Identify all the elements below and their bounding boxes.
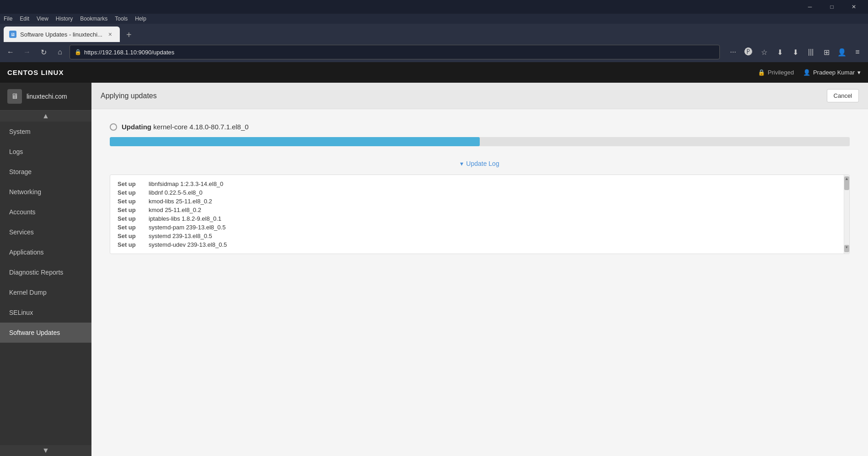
log-entry: Set upsystemd-pam 239-13.el8_0.5	[118, 223, 835, 232]
close-button[interactable]: ✕	[843, 0, 864, 14]
progress-bar-container	[110, 137, 850, 146]
cockpit-brand: CENTOS LINUX	[7, 69, 64, 76]
progress-bar-fill	[110, 137, 480, 146]
sidebar-item-diagnostic-reports[interactable]: Diagnostic Reports	[0, 262, 91, 282]
page-title: Applying updates	[101, 92, 157, 100]
scroll-up-icon: ▲	[844, 176, 849, 181]
extensions-button[interactable]: ⬇	[773, 45, 787, 59]
content-body: Updating kernel-core 4.18.0-80.7.1.el8_0…	[91, 109, 868, 456]
sidebar-item-applications[interactable]: Applications	[0, 242, 91, 262]
menu-bookmarks[interactable]: Bookmarks	[80, 16, 107, 22]
sidebar-nav: System Logs Storage Networking Accounts …	[0, 122, 91, 445]
sidebar-item-selinux[interactable]: SELinux	[0, 302, 91, 323]
address-bar[interactable]: 🔒 https://192.168.1.10:9090/updates	[70, 45, 720, 59]
content-area: Applying updates Cancel Updating kernel-…	[91, 83, 868, 456]
new-tab-button[interactable]: +	[122, 27, 136, 42]
update-log-label: Update Log	[466, 160, 499, 167]
tab-title: Software Updates - linuxtechi...	[20, 31, 102, 38]
reload-button[interactable]: ↻	[37, 45, 50, 59]
nav-actions: ··· 🅟 ☆ ⬇ ⬇ ||| ⊞ 👤 ≡	[726, 45, 864, 59]
log-entry: Set uplibnfsidmap 1:2.3.3-14.el8_0	[118, 180, 835, 188]
log-action: Set up	[118, 189, 145, 196]
menu-history[interactable]: History	[56, 16, 73, 22]
sidebar-item-storage[interactable]: Storage	[0, 162, 91, 182]
user-name: Pradeep Kumar	[813, 69, 855, 76]
content-header: Applying updates Cancel	[91, 83, 868, 109]
log-entry: Set upiptables-libs 1.8.2-9.el8_0.1	[118, 214, 835, 223]
update-label: Updating kernel-core 4.18.0-80.7.1.el8_0	[122, 123, 249, 131]
log-package: kmod-libs 25-11.el8_0.2	[149, 198, 835, 205]
log-action: Set up	[118, 224, 145, 231]
sidebar-item-software-updates[interactable]: Software Updates	[0, 323, 91, 343]
minimize-button[interactable]: ─	[799, 0, 820, 14]
menu-view[interactable]: View	[37, 16, 48, 22]
privileged-indicator: 🔒 Privileged	[758, 69, 794, 76]
sidebar-item-services[interactable]: Services	[0, 222, 91, 242]
cockpit-main: 🖥 linuxtechi.com ▲ System Logs Storage N…	[0, 83, 868, 456]
close-tab-button[interactable]: ×	[106, 30, 114, 38]
back-button[interactable]: ←	[4, 45, 17, 59]
sidebar-item-logs[interactable]: Logs	[0, 142, 91, 162]
package-version: kernel-core 4.18.0-80.7.1.el8_0	[153, 123, 248, 131]
log-entry: Set upkmod-libs 25-11.el8_0.2	[118, 197, 835, 206]
browser-titlebar: ─ □ ✕	[0, 0, 868, 14]
log-action: Set up	[118, 215, 145, 222]
sidebar-item-system[interactable]: System	[0, 122, 91, 142]
log-package: systemd-udev 239-13.el8_0.5	[149, 241, 835, 248]
user-dropdown-arrow: ▾	[857, 69, 861, 76]
menu-button[interactable]: ≡	[851, 45, 864, 59]
cockpit-header: CENTOS LINUX 🔒 Privileged 👤 Pradeep Kuma…	[0, 62, 868, 83]
host-icon: 🖥	[7, 89, 22, 104]
log-package: libnfsidmap 1:2.3.3-14.el8_0	[149, 180, 835, 187]
menu-help[interactable]: Help	[135, 16, 146, 22]
bookmark-button[interactable]: ☆	[757, 45, 771, 59]
account-button[interactable]: 👤	[835, 45, 849, 59]
updating-keyword: Updating	[122, 123, 151, 131]
log-package: systemd-pam 239-13.el8_0.5	[149, 224, 835, 231]
library-button[interactable]: |||	[804, 45, 818, 59]
update-status-row: Updating kernel-core 4.18.0-80.7.1.el8_0	[110, 123, 850, 131]
log-action: Set up	[118, 233, 145, 239]
synced-tabs-button[interactable]: ⊞	[820, 45, 833, 59]
log-action: Set up	[118, 198, 145, 205]
sidebar-host[interactable]: 🖥 linuxtechi.com	[0, 83, 91, 111]
browser-tab-bar: 🖥 Software Updates - linuxtechi... × +	[0, 24, 868, 42]
downloads-button[interactable]: ⬇	[788, 45, 802, 59]
pocket-button[interactable]: 🅟	[742, 45, 755, 59]
sidebar-scroll-down[interactable]: ▼	[0, 445, 91, 456]
menu-edit[interactable]: Edit	[20, 16, 29, 22]
active-tab[interactable]: 🖥 Software Updates - linuxtechi... ×	[4, 27, 120, 42]
log-entries: Set uplibnfsidmap 1:2.3.3-14.el8_0Set up…	[118, 180, 842, 249]
sidebar: 🖥 linuxtechi.com ▲ System Logs Storage N…	[0, 83, 91, 456]
log-scrollbar[interactable]: ▲ ▾	[844, 175, 849, 254]
log-package: libdnf 0.22.5-5.el8_0	[149, 189, 835, 196]
update-radio-indicator	[110, 123, 117, 131]
cancel-button[interactable]: Cancel	[827, 89, 859, 102]
update-log-toggle[interactable]: ▾ Update Log	[110, 160, 850, 167]
more-options-button[interactable]: ···	[726, 45, 740, 59]
log-scrollbar-up[interactable]: ▲	[844, 176, 849, 190]
log-package: iptables-libs 1.8.2-9.el8_0.1	[149, 215, 835, 222]
cockpit-header-right: 🔒 Privileged 👤 Pradeep Kumar ▾	[758, 69, 861, 76]
log-action: Set up	[118, 241, 145, 248]
browser-menu-bar: File Edit View History Bookmarks Tools H…	[0, 14, 868, 24]
lock-icon: 🔒	[75, 49, 81, 55]
log-action: Set up	[118, 207, 145, 213]
log-scrollbar-down[interactable]: ▾	[844, 245, 849, 252]
url-text: https://192.168.1.10:9090/updates	[84, 49, 174, 56]
home-button[interactable]: ⌂	[53, 45, 67, 59]
forward-button[interactable]: →	[20, 45, 34, 59]
window-controls-right[interactable]: ─ □ ✕	[799, 0, 864, 14]
menu-file[interactable]: File	[4, 16, 12, 22]
user-menu[interactable]: 👤 Pradeep Kumar ▾	[803, 69, 861, 76]
menu-tools[interactable]: Tools	[115, 16, 128, 22]
sidebar-item-accounts[interactable]: Accounts	[0, 202, 91, 222]
update-log-box: ▲ ▾ Set uplibnfsidmap 1:2.3.3-14.el8_0Se…	[110, 175, 850, 254]
privileged-label: Privileged	[768, 69, 794, 76]
sidebar-item-kernel-dump[interactable]: Kernel Dump	[0, 282, 91, 302]
log-entry: Set upkmod 25-11.el8_0.2	[118, 206, 835, 214]
sidebar-scroll-up[interactable]: ▲	[0, 111, 91, 122]
maximize-button[interactable]: □	[821, 0, 842, 14]
sidebar-item-networking[interactable]: Networking	[0, 182, 91, 202]
browser-nav-bar: ← → ↻ ⌂ 🔒 https://192.168.1.10:9090/upda…	[0, 42, 868, 62]
